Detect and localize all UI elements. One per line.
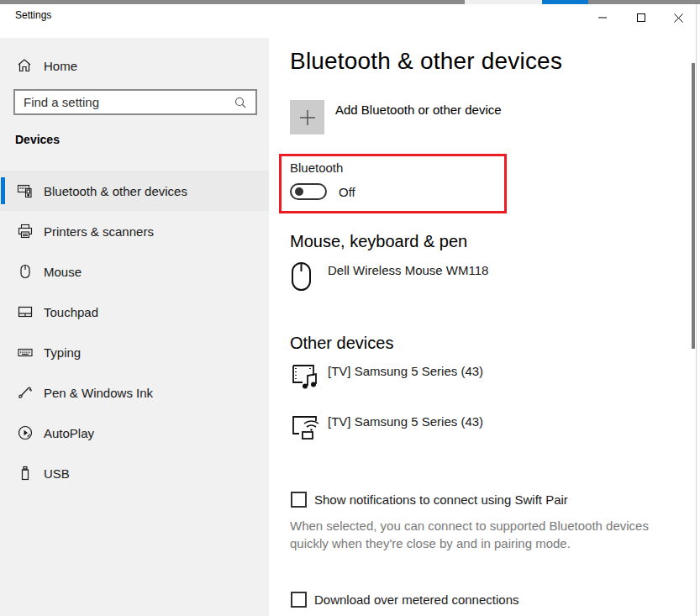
window-title: Settings [15, 9, 51, 21]
sidebar-item-autoplay[interactable]: AutoPlay [0, 413, 269, 453]
swift-pair-checkbox[interactable] [291, 492, 307, 508]
sidebar-item-typing[interactable]: Typing [0, 332, 269, 372]
sidebar-item-label: Printers & scanners [44, 224, 154, 239]
sidebar-item-label: Bluetooth & other devices [44, 184, 187, 198]
sidebar-item-label: USB [44, 466, 70, 481]
sidebar-item-touchpad[interactable]: Touchpad [0, 292, 269, 332]
pen-icon [17, 384, 34, 401]
sidebar-item-usb[interactable]: USB [0, 453, 269, 493]
metered-connections-checkbox[interactable] [291, 592, 307, 608]
sidebar-section-devices: Devices [15, 133, 60, 146]
sidebar-item-label: AutoPlay [44, 426, 94, 440]
minimize-icon [597, 13, 608, 23]
sidebar-item-label: Touchpad [44, 305, 98, 319]
autoplay-icon [17, 424, 34, 441]
close-icon [673, 13, 684, 24]
mouse-device-icon [291, 261, 321, 292]
device-row-samsung-tv-cast[interactable]: [TV] Samsung 5 Series (43) [291, 413, 483, 443]
device-name: [TV] Samsung 5 Series (43) [328, 414, 483, 443]
toggle-knob [295, 187, 303, 196]
selected-indicator [1, 177, 5, 204]
search-box [13, 89, 257, 115]
sidebar-item-home[interactable]: Home [0, 50, 269, 81]
swift-pair-label: Show notifications to connect using Swif… [314, 492, 568, 507]
device-row-samsung-tv-media[interactable]: [TV] Samsung 5 Series (43) [291, 362, 483, 392]
plus-icon [290, 100, 324, 134]
device-name: [TV] Samsung 5 Series (43) [328, 364, 483, 392]
printer-icon [17, 223, 34, 240]
touchpad-icon [17, 303, 34, 320]
swift-pair-checkbox-row: Show notifications to connect using Swif… [291, 492, 568, 508]
keyboard-icon [17, 344, 34, 361]
settings-window: Settings Home [0, 0, 700, 616]
mouse-icon [17, 263, 34, 280]
sidebar-item-pen-windows-ink[interactable]: Pen & Windows Ink [0, 372, 269, 413]
sidebar-item-printers-scanners[interactable]: Printers & scanners [0, 211, 269, 251]
device-name: Dell Wireless Mouse WM118 [328, 263, 488, 292]
sidebar-home-label: Home [44, 59, 77, 73]
scrollbar-thumb[interactable] [692, 63, 695, 349]
cast-device-icon [291, 413, 321, 443]
search-input[interactable] [15, 95, 234, 109]
usb-icon [17, 465, 34, 482]
add-device-label: Add Bluetooth or other device [335, 103, 502, 134]
search-icon[interactable] [234, 96, 247, 109]
metered-connections-checkbox-row: Download over metered connections [291, 592, 518, 608]
bluetooth-toggle-label: Bluetooth [290, 161, 343, 175]
section-heading-mouse-keyboard-pen: Mouse, keyboard & pen [290, 232, 467, 251]
sidebar-item-mouse[interactable]: Mouse [0, 251, 269, 292]
sidebar-item-bluetooth-other-devices[interactable]: Bluetooth & other devices [0, 171, 269, 211]
maximize-button[interactable] [622, 4, 661, 31]
minimize-button[interactable] [583, 4, 622, 31]
swift-pair-description: When selected, you can connect to suppor… [290, 517, 678, 552]
sidebar-item-label: Typing [44, 345, 81, 360]
sidebar: Home Devices [0, 38, 269, 616]
section-heading-other-devices: Other devices [290, 334, 393, 353]
metered-connections-label: Download over metered connections [314, 592, 518, 607]
sidebar-item-label: Pen & Windows Ink [44, 386, 153, 400]
main-content: Bluetooth & other devices Add Bluetooth … [269, 38, 696, 616]
bluetooth-toggle[interactable] [290, 183, 327, 200]
maximize-icon [636, 13, 646, 23]
media-device-icon [291, 362, 321, 392]
home-icon [17, 58, 32, 73]
add-device-button[interactable]: Add Bluetooth or other device [290, 100, 643, 134]
bluetooth-toggle-state: Off [339, 185, 355, 199]
sidebar-item-label: Mouse [44, 265, 82, 279]
close-button[interactable] [661, 4, 696, 31]
page-title: Bluetooth & other devices [290, 48, 562, 75]
background-window-right-sliver [696, 4, 700, 616]
titlebar: Settings [0, 4, 696, 38]
device-row-dell-mouse[interactable]: Dell Wireless Mouse WM118 [291, 261, 488, 292]
bluetooth-devices-icon [17, 182, 34, 199]
